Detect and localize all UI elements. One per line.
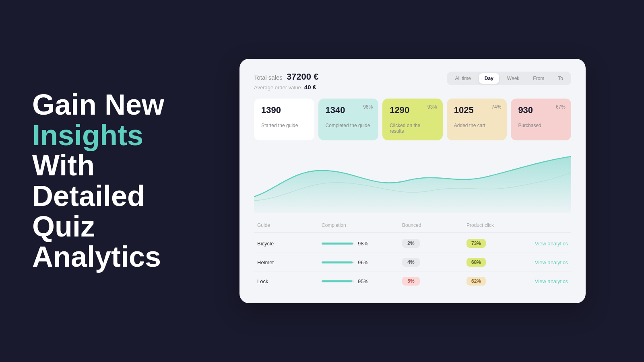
stat-percent-completed: 96%	[363, 104, 373, 110]
hero-line6: Analytics	[32, 241, 161, 273]
stat-card-clicked: 1290 93% Clicked on the results	[382, 99, 443, 140]
bounced-badge: 2%	[402, 239, 420, 248]
table-section: Guide Completion Bounced Product click B…	[254, 222, 571, 290]
bounced-cell: 4%	[402, 258, 466, 267]
product-click-cell: 62%	[466, 277, 531, 286]
guide-name: Lock	[257, 278, 322, 284]
chart-area	[254, 148, 571, 213]
product-click-badge: 62%	[466, 277, 486, 286]
dashboard-header: Total sales 37200 € Average order value …	[254, 72, 571, 90]
total-sales-value: 37200 €	[287, 72, 319, 82]
view-analytics-link[interactable]: View analytics	[531, 259, 568, 265]
stat-card-cart: 1025 74% Added the cart	[447, 99, 507, 140]
hero-section: Gain New Insights With Detailed Quiz Ana…	[0, 66, 193, 296]
col-completion: Completion	[322, 222, 402, 228]
product-click-badge: 68%	[466, 258, 486, 267]
hero-line1: Gain New	[32, 88, 164, 121]
filter-day[interactable]: Day	[479, 73, 499, 84]
completion-pct: 96%	[358, 259, 368, 265]
total-sales-label: Total sales	[254, 74, 283, 81]
completion-cell: 95%	[322, 278, 402, 284]
stat-number-started: 1390	[261, 105, 307, 115]
table-header: Guide Completion Bounced Product click	[254, 222, 571, 232]
hero-line3: With	[32, 149, 95, 181]
view-analytics-link[interactable]: View analytics	[531, 241, 568, 247]
table-row: Bicycle 98% 2% 73% View analytics	[254, 234, 571, 253]
hero-line2: Insights	[32, 119, 143, 151]
col-actions	[531, 222, 568, 228]
stat-card-purchased: 930 67% Purchased	[511, 99, 571, 140]
stat-card-completed: 1340 96% Completed the guide	[318, 99, 379, 140]
avg-order-value: 40 €	[304, 84, 316, 90]
filter-week[interactable]: Week	[502, 73, 525, 84]
completion-bar-fill	[322, 243, 353, 245]
completion-pct: 95%	[358, 278, 368, 284]
header-left: Total sales 37200 € Average order value …	[254, 72, 318, 90]
product-click-cell: 68%	[466, 258, 531, 267]
stat-label-purchased: Purchased	[518, 123, 564, 128]
time-filters: All time Day Week From To	[447, 72, 571, 85]
stat-label-clicked: Clicked on the results	[390, 123, 436, 134]
completion-bar-fill	[322, 280, 352, 282]
bounced-badge: 5%	[402, 277, 420, 286]
table-row: Helmet 96% 4% 68% View analytics	[254, 253, 571, 272]
product-click-cell: 73%	[466, 239, 531, 248]
stat-card-started: 1390 Started the guide	[254, 99, 314, 140]
filter-all-time[interactable]: All time	[449, 73, 476, 84]
dashboard-card: Total sales 37200 € Average order value …	[239, 59, 586, 303]
completion-bar-fill	[322, 261, 353, 263]
table-row: Lock 95% 5% 62% View analytics	[254, 272, 571, 290]
bounced-cell: 2%	[402, 239, 466, 248]
total-sales-row: Total sales 37200 €	[254, 72, 318, 82]
filter-to[interactable]: To	[552, 73, 569, 84]
completion-bar-bg	[322, 261, 354, 263]
guide-name: Bicycle	[257, 241, 322, 247]
hero-line5: Quiz	[32, 210, 95, 243]
hero-text: Gain New Insights With Detailed Quiz Ana…	[32, 90, 169, 272]
view-analytics-link[interactable]: View analytics	[531, 278, 568, 284]
product-click-badge: 73%	[466, 239, 486, 248]
stat-label-completed: Completed the guide	[326, 123, 372, 128]
completion-pct: 98%	[358, 241, 368, 247]
col-guide: Guide	[257, 222, 322, 228]
completion-cell: 96%	[322, 259, 402, 265]
stat-label-cart: Added the cart	[454, 123, 500, 128]
bounced-cell: 5%	[402, 277, 466, 286]
stat-percent-cart: 74%	[491, 104, 501, 110]
hero-line4: Detailed	[32, 180, 145, 212]
completion-bar-bg	[322, 243, 354, 245]
stat-percent-clicked: 93%	[427, 104, 437, 110]
stat-percent-purchased: 67%	[556, 104, 566, 110]
avg-order-label: Average order value	[254, 84, 301, 90]
completion-cell: 98%	[322, 241, 402, 247]
stat-label-started: Started the guide	[261, 123, 307, 128]
bounced-badge: 4%	[402, 258, 420, 267]
avg-order-row: Average order value 40 €	[254, 84, 318, 90]
col-product-click: Product click	[466, 222, 531, 228]
dashboard-panel: Total sales 37200 € Average order value …	[193, 43, 644, 319]
filter-from[interactable]: From	[527, 73, 550, 84]
completion-bar-bg	[322, 280, 354, 282]
stats-cards: 1390 Started the guide 1340 96% Complete…	[254, 99, 571, 140]
col-bounced: Bounced	[402, 222, 466, 228]
guide-name: Helmet	[257, 259, 322, 265]
